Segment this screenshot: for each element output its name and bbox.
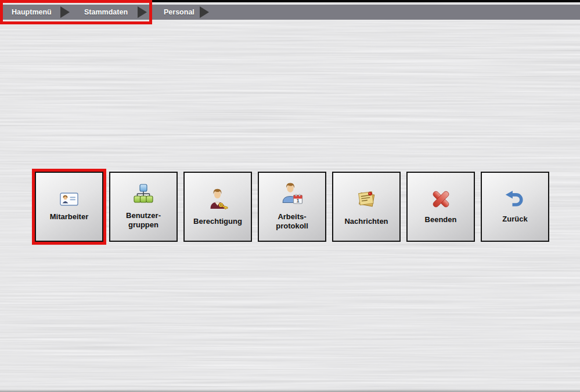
menu-button-zurueck[interactable]: Zurück: [481, 172, 549, 242]
menu-button-beenden[interactable]: Beenden: [406, 172, 475, 242]
menu-button-label: Arbeits- protokoll: [276, 212, 308, 231]
breadcrumb-arrow-icon: [138, 6, 147, 18]
menu-button-benutzergruppen[interactable]: Benutzer- gruppen: [109, 172, 178, 242]
menu-button-label: Benutzer- gruppen: [126, 211, 161, 230]
close-x-icon: [430, 190, 452, 209]
back-arrow-icon: [505, 190, 525, 208]
breadcrumb-arrow-icon: [60, 6, 70, 18]
menu-button-label: Berechtigung: [193, 217, 242, 226]
menu-button-nachrichten[interactable]: Nachrichten: [332, 172, 401, 242]
menu-button-arbeitsprotokoll[interactable]: 1 Arbeits- protokoll: [258, 172, 326, 242]
breadcrumb: Hauptmenü Stammdaten Personal: [0, 5, 580, 20]
person-calendar-icon: 1: [280, 183, 304, 206]
menu-button-label: Zurück: [502, 215, 527, 224]
menu-button-mitarbeiter[interactable]: Mitarbeiter: [35, 172, 103, 242]
breadcrumb-item-personal[interactable]: Personal: [164, 5, 194, 20]
menu-button-label: Nachrichten: [344, 217, 388, 226]
breadcrumb-item-stammdaten[interactable]: Stammdaten: [84, 5, 128, 20]
window-bottom-edge: [0, 389, 580, 392]
menu-button-label: Mitarbeiter: [50, 212, 88, 222]
menu-button-label: Beenden: [425, 215, 457, 224]
breadcrumb-item-hauptmenu[interactable]: Hauptmenü: [12, 5, 52, 20]
sticky-notes-icon: [355, 187, 378, 210]
org-chart-icon: [132, 184, 154, 205]
window-top-edge: [0, 0, 580, 2]
svg-text:1: 1: [297, 198, 300, 204]
id-card-icon: [60, 193, 78, 206]
person-key-icon: [207, 187, 228, 210]
breadcrumb-arrow-icon: [200, 6, 209, 18]
menu-button-berechtigung[interactable]: Berechtigung: [183, 172, 252, 242]
